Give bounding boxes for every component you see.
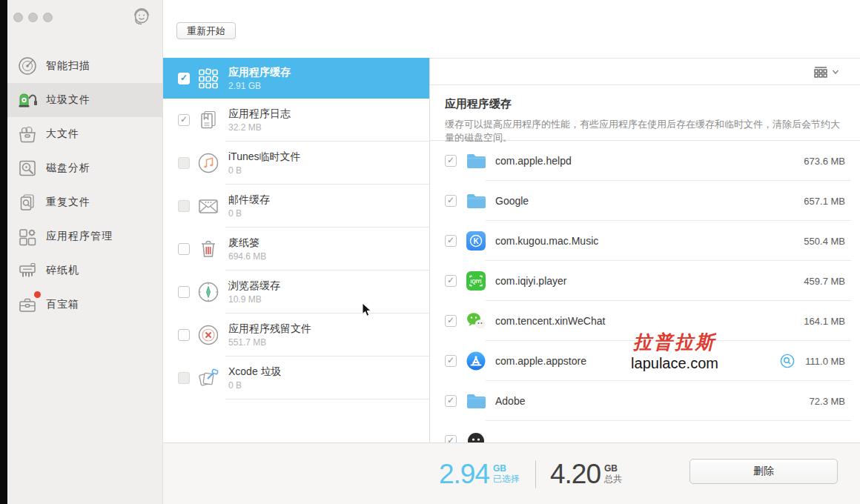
app-row-wechat[interactable]: com.tencent.xinWeChat 164.1 MB (430, 301, 860, 341)
detail-toolbar (430, 58, 860, 85)
category-size: 0 B (228, 380, 282, 391)
app-size: 550.4 MB (804, 236, 845, 247)
app-logs-icon (196, 108, 220, 132)
app-size: 111.0 MB (805, 356, 845, 367)
checkbox[interactable] (178, 200, 190, 212)
zoom-button[interactable] (43, 13, 53, 22)
toolbox-icon (16, 294, 39, 316)
kugou-icon: K (466, 231, 486, 251)
sidebar-item-big-files[interactable]: 大文件 (7, 117, 162, 151)
category-name: 应用程序缓存 (228, 66, 291, 79)
restart-button[interactable]: 重新开始 (176, 22, 236, 39)
app-row-iqiyi[interactable]: iQIYI com.iqiyi.player 459.7 MB (430, 261, 860, 301)
category-list: 应用程序缓存 2.91 GB 应用程序日志 32.2 MB (163, 58, 430, 442)
app-row-partial[interactable] (430, 421, 860, 442)
detail-title: 应用程序缓存 (445, 97, 845, 111)
folder-icon (466, 391, 486, 411)
selected-size-value: 2.94 (439, 459, 489, 490)
browser-icon (196, 280, 220, 304)
app-size: 657.1 MB (804, 196, 845, 207)
sidebar-item-label: 碎纸机 (46, 264, 79, 277)
window-edge-strip (0, 0, 7, 504)
size-summary: 2.94 GB 已选择 4.20 GB 总共 (439, 443, 622, 504)
sidebar-item-shredder[interactable]: 碎纸机 (7, 253, 162, 288)
app-size: 673.6 MB (804, 156, 845, 167)
big-files-icon (16, 123, 39, 145)
category-row-app-cache[interactable]: 应用程序缓存 2.91 GB (163, 58, 429, 99)
category-row-trash[interactable]: 废纸篓 694.6 MB (163, 228, 429, 271)
sidebar-item-label: 应用程序管理 (46, 230, 113, 243)
app-name: com.iqiyi.player (495, 275, 566, 287)
category-size: 2.91 GB (228, 81, 291, 91)
checkbox[interactable] (445, 315, 457, 327)
app-row-kugou[interactable]: K com.kugou.mac.Music 550.4 MB (430, 221, 860, 261)
disk-analysis-icon (16, 157, 39, 179)
checkbox[interactable] (178, 114, 190, 126)
selected-size-label: 已选择 (493, 474, 520, 485)
category-row-xcode-junk[interactable]: Xcode 垃圾 0 B (163, 357, 429, 399)
app-row-appstore[interactable]: com.apple.appstore 111.0 MB (430, 341, 860, 381)
app-row-adobe[interactable]: Adobe 72.3 MB (430, 381, 860, 421)
sidebar-item-label: 垃圾文件 (46, 93, 90, 107)
sidebar-nav: 智能扫描 垃圾文件 (7, 49, 162, 322)
checkbox[interactable] (445, 235, 457, 247)
mail-icon (196, 194, 220, 218)
category-row-app-leftovers[interactable]: 应用程序残留文件 551.7 MB (163, 314, 429, 357)
total-size-value: 4.20 (550, 459, 601, 490)
folder-icon (466, 150, 486, 171)
category-size: 0 B (228, 208, 270, 219)
checkbox[interactable] (445, 395, 457, 407)
app-name: com.tencent.xinWeChat (495, 315, 605, 327)
bottom-bar: 2.94 GB 已选择 4.20 GB 总共 删除 (163, 442, 860, 504)
category-name: 浏览器缓存 (228, 279, 280, 293)
category-row-app-logs[interactable]: 应用程序日志 32.2 MB (163, 99, 429, 142)
reveal-in-finder-icon[interactable] (780, 354, 795, 368)
checkbox[interactable] (445, 195, 457, 207)
iqiyi-icon: iQIYI (466, 271, 486, 291)
sort-view-control[interactable] (813, 65, 839, 79)
itunes-icon (196, 151, 220, 175)
xcode-icon (196, 366, 220, 390)
checkbox[interactable] (445, 155, 457, 167)
category-row-mail-cache[interactable]: 邮件缓存 0 B (163, 185, 429, 228)
svg-text:iQIYI: iQIYI (471, 279, 482, 285)
chevron-down-icon (832, 69, 839, 75)
app-name: Adobe (495, 395, 525, 407)
sidebar-item-junk-files[interactable]: 垃圾文件 (7, 83, 162, 117)
checkbox[interactable] (445, 355, 457, 367)
checkbox[interactable] (178, 243, 190, 255)
checkbox[interactable] (178, 73, 190, 84)
svg-text:K: K (473, 237, 479, 245)
selected-size-unit: GB (493, 464, 520, 474)
folder-icon (466, 190, 486, 211)
dark-app-icon (466, 431, 486, 442)
sidebar-item-label: 百宝箱 (46, 298, 79, 311)
checkbox[interactable] (445, 275, 457, 287)
notification-badge (34, 291, 41, 298)
checkbox[interactable] (178, 157, 190, 169)
app-size: 459.7 MB (804, 276, 845, 287)
category-size: 694.6 MB (228, 251, 266, 262)
sidebar-item-toolbox[interactable]: 百宝箱 (7, 288, 162, 322)
sidebar-item-duplicate-files[interactable]: 重复文件 (7, 185, 162, 219)
category-size: 0 B (228, 165, 301, 176)
traffic-lights (13, 13, 53, 22)
checkbox[interactable] (178, 286, 190, 298)
app-row-google[interactable]: Google 657.1 MB (430, 181, 860, 221)
checkbox[interactable] (445, 435, 457, 442)
sidebar-item-app-manager[interactable]: 应用程序管理 (7, 219, 162, 253)
app-name: Google (495, 195, 529, 207)
delete-button[interactable]: 删除 (689, 459, 838, 484)
category-name: 废纸篓 (228, 236, 266, 250)
sidebar-item-disk-analysis[interactable]: 磁盘分析 (7, 151, 162, 185)
app-row-helpd[interactable]: com.apple.helpd 673.6 MB (430, 141, 860, 181)
checkbox[interactable] (178, 329, 190, 341)
checkbox[interactable] (178, 372, 190, 384)
sidebar-item-smart-scan[interactable]: 智能扫描 (7, 49, 162, 83)
category-name: iTunes临时文件 (228, 150, 301, 164)
category-row-browser-cache[interactable]: 浏览器缓存 10.9 MB (163, 271, 429, 314)
close-button[interactable] (13, 13, 23, 22)
minimize-button[interactable] (28, 13, 38, 22)
support-icon[interactable] (130, 5, 153, 29)
category-row-itunes-temp[interactable]: iTunes临时文件 0 B (163, 142, 429, 185)
